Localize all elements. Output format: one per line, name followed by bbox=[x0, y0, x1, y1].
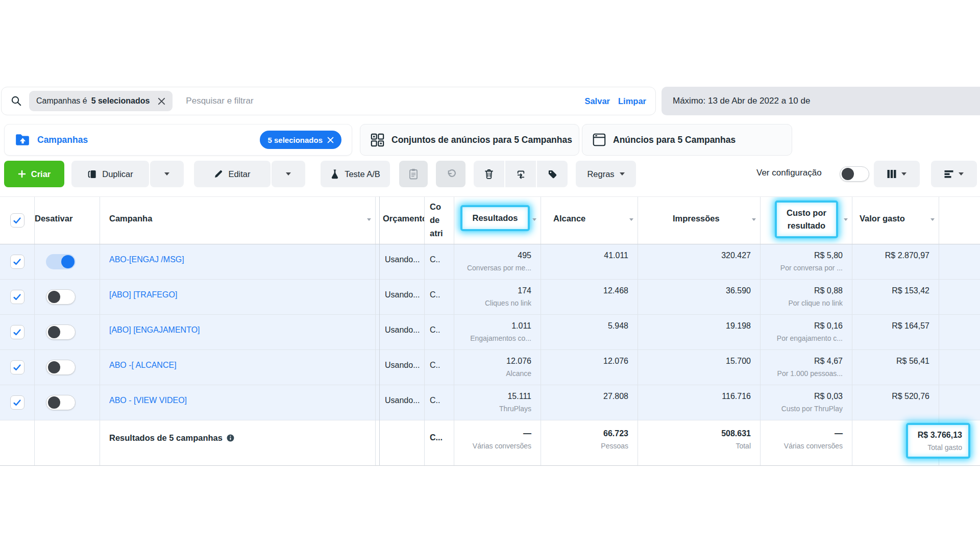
ads-manager-screen: Campanhas é 5 selecionados Pesquisar e f… bbox=[0, 0, 980, 551]
filter-chip-campaigns[interactable]: Campanhas é 5 selecionados bbox=[29, 91, 173, 111]
attribution-value: C.. bbox=[425, 280, 454, 299]
campaigns-folder-icon bbox=[15, 133, 30, 146]
header-desativar: Desativar bbox=[35, 214, 72, 223]
cost-sublabel: Por conversa por ... bbox=[761, 262, 852, 274]
attribution-value: C.. bbox=[425, 315, 454, 335]
view-setup-toggle[interactable] bbox=[840, 166, 869, 182]
budget-value: Usando... bbox=[376, 244, 424, 264]
edit-dropdown-button[interactable] bbox=[272, 161, 305, 187]
delete-button[interactable] bbox=[474, 161, 504, 187]
breakdown-button[interactable] bbox=[931, 161, 977, 187]
header-campanha[interactable]: Campanha bbox=[109, 214, 152, 223]
cost-sublabel: Por 1.000 pessoas... bbox=[761, 368, 852, 380]
campaign-toggle[interactable] bbox=[46, 395, 76, 410]
dropdown-caret-icon bbox=[620, 172, 625, 176]
frozen-pane-divider bbox=[379, 196, 380, 466]
clipboard-icon bbox=[408, 168, 419, 180]
header-orcamento: Orçamento bbox=[383, 214, 425, 223]
header-impressoes[interactable]: Impressões bbox=[673, 214, 720, 223]
impressions-value: 15.700 bbox=[638, 350, 760, 368]
reach-value: 5.948 bbox=[541, 315, 638, 333]
sort-caret-icon[interactable] bbox=[367, 218, 371, 221]
campaign-link[interactable]: [ABO] [TRAFEGO] bbox=[100, 280, 375, 299]
cost-total: — bbox=[761, 420, 852, 440]
create-button[interactable]: Criar bbox=[4, 161, 64, 187]
campaign-toggle[interactable] bbox=[46, 324, 76, 340]
sort-caret-icon[interactable] bbox=[930, 218, 935, 221]
budget-value: Usando... bbox=[376, 350, 424, 370]
tag-button[interactable] bbox=[537, 161, 568, 187]
sort-caret-icon[interactable] bbox=[532, 218, 536, 221]
row-checkbox[interactable] bbox=[10, 395, 24, 410]
campaign-toggle[interactable] bbox=[46, 254, 76, 269]
ab-test-button[interactable]: Teste A/B bbox=[321, 161, 390, 187]
campaign-link[interactable]: [ABO] [ENGAJAMENTO] bbox=[100, 315, 375, 335]
filter-chip-text: Campanhas é bbox=[36, 96, 87, 106]
cost-value: R$ 0,03 bbox=[761, 385, 852, 403]
tab-campanhas[interactable]: Campanhas 5 selecionados bbox=[4, 124, 352, 156]
swap-test-button[interactable] bbox=[505, 161, 536, 187]
pill-close-icon[interactable] bbox=[327, 137, 334, 143]
attribution-value: C.. bbox=[425, 385, 454, 405]
table-row: ABO-[ENGAJ /MSG] Usando... C.. 495Conver… bbox=[0, 244, 980, 280]
header-atribuicao: Co de atri bbox=[425, 197, 454, 240]
table-totals-row: Resultados de 5 campanhas C... —Várias c… bbox=[0, 420, 980, 466]
tab-conjuntos-de-anuncios[interactable]: Conjuntos de anúncios para 5 Campanhas bbox=[360, 124, 579, 156]
cost-sublabel: Custo por ThruPlay bbox=[761, 403, 852, 415]
trash-icon bbox=[484, 169, 494, 179]
reach-total-sublabel: Pessoas bbox=[541, 440, 638, 452]
columns-button[interactable] bbox=[874, 161, 920, 187]
header-custo-por-resultado-highlighted[interactable]: Custo por resultado bbox=[775, 201, 838, 238]
results-value: 1.011 bbox=[454, 315, 541, 333]
row-checkbox[interactable] bbox=[10, 255, 24, 269]
campaign-link[interactable]: ABO-[ENGAJ /MSG] bbox=[100, 244, 375, 264]
header-alcance[interactable]: Alcance bbox=[553, 214, 585, 223]
row-checkbox[interactable] bbox=[10, 290, 24, 304]
budget-value: Usando... bbox=[376, 280, 424, 299]
row-checkbox[interactable] bbox=[10, 325, 24, 339]
tag-icon bbox=[548, 169, 557, 179]
filter-chip-close-icon[interactable] bbox=[158, 97, 165, 105]
attribution-value: C.. bbox=[425, 350, 454, 370]
duplicate-dropdown-button[interactable] bbox=[150, 161, 184, 187]
ads-frame-icon bbox=[593, 133, 606, 146]
campaign-link[interactable]: ABO - [VIEW VIDEO] bbox=[100, 385, 375, 405]
results-sublabel: ThruPlays bbox=[454, 403, 541, 415]
selected-count-pill[interactable]: 5 selecionados bbox=[260, 131, 341, 149]
duplicate-button-label: Duplicar bbox=[102, 169, 133, 179]
table-header-row: Desativar Campanha Orçamento Co de atri … bbox=[0, 196, 980, 244]
duplicate-button[interactable]: Duplicar bbox=[71, 161, 149, 187]
spent-value: R$ 2.870,97 bbox=[852, 244, 939, 262]
edit-button[interactable]: Editar bbox=[194, 161, 271, 187]
save-filter-link[interactable]: Salvar bbox=[584, 96, 610, 106]
header-valor-gasto[interactable]: Valor gasto bbox=[860, 214, 905, 223]
header-resultados-highlighted[interactable]: Resultados bbox=[460, 205, 530, 231]
spent-value: R$ 56,41 bbox=[852, 350, 939, 368]
reach-value: 41.011 bbox=[541, 244, 638, 262]
campaign-link[interactable]: ABO -[ ALCANCE] bbox=[100, 350, 375, 370]
impressions-total: 508.631 bbox=[638, 420, 760, 440]
info-icon[interactable] bbox=[227, 434, 234, 442]
spent-value: R$ 153,42 bbox=[852, 280, 939, 297]
dropdown-caret-icon bbox=[959, 172, 964, 176]
select-all-checkbox[interactable] bbox=[10, 213, 24, 228]
clear-filter-link[interactable]: Limpar bbox=[618, 96, 646, 106]
campaign-toggle[interactable] bbox=[46, 360, 76, 375]
search-input[interactable]: Pesquisar e filtrar bbox=[186, 96, 253, 106]
campaign-toggle[interactable] bbox=[46, 289, 76, 305]
reach-value: 12.468 bbox=[541, 280, 638, 297]
date-range-selector[interactable]: Máximo: 13 de Abr de 2022 a 10 de bbox=[662, 87, 980, 115]
ab-test-flask-icon bbox=[330, 169, 339, 179]
sort-caret-icon[interactable] bbox=[752, 218, 756, 221]
table-row: ABO -[ ALCANCE] Usando... C.. 12.076Alca… bbox=[0, 350, 980, 385]
cost-sublabel: Por engajamento c... bbox=[761, 333, 852, 344]
results-total-sublabel: Várias conversões bbox=[454, 440, 541, 452]
rules-button[interactable]: Regras bbox=[576, 161, 636, 187]
tab-anuncios[interactable]: Anúncios para 5 Campanhas bbox=[582, 124, 792, 156]
actions-toolbar: Criar Duplicar Editar Teste A/B bbox=[0, 161, 980, 188]
sort-caret-icon[interactable] bbox=[844, 218, 848, 221]
cost-total-sublabel: Várias conversões bbox=[761, 440, 852, 452]
sort-caret-icon[interactable] bbox=[629, 218, 633, 221]
row-checkbox[interactable] bbox=[10, 360, 24, 374]
search-filter-bar: Campanhas é 5 selecionados Pesquisar e f… bbox=[1, 87, 656, 115]
